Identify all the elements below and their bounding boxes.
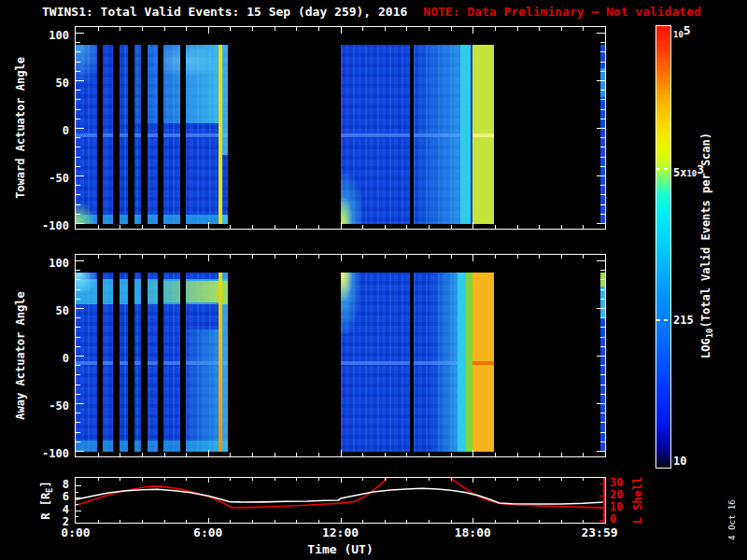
tick-mark [385, 453, 386, 456]
tick-mark [385, 225, 386, 229]
tick-mark [208, 518, 209, 523]
tick-mark [120, 255, 120, 259]
y-tick-label: -50 [34, 172, 69, 185]
tick-mark [517, 453, 518, 456]
colorbar-215-label: 215 [673, 314, 694, 327]
tick-mark [362, 520, 363, 523]
heatmap-feature [97, 45, 103, 224]
r-tick-label: 4 [34, 503, 69, 516]
heatmap-feature [341, 273, 352, 301]
tick-mark [76, 147, 80, 147]
tick-mark [583, 478, 584, 481]
tick-mark-red [602, 490, 605, 491]
heatmap-feature [600, 68, 605, 97]
orbit-line-panel [75, 477, 606, 524]
tick-mark [164, 225, 165, 229]
heatmap-feature [472, 361, 493, 365]
tick-mark [76, 204, 80, 205]
toward-heatmap-data [76, 45, 605, 224]
tick-mark [76, 365, 80, 366]
tick-mark [76, 432, 80, 433]
tick-mark [76, 99, 80, 100]
heatmap-feature [141, 45, 148, 224]
tick-mark [451, 520, 452, 523]
tick-mark [296, 478, 297, 481]
tick-mark [472, 518, 473, 523]
tick-mark [296, 453, 297, 456]
tick-mark [583, 225, 584, 229]
tick-mark [517, 478, 518, 481]
heatmap-feature [600, 287, 605, 317]
lshell-tick-label: 0 [610, 512, 634, 525]
tick-mark [275, 478, 275, 481]
tick-mark [76, 137, 80, 138]
tick-mark [142, 255, 143, 259]
tick-mark [230, 453, 231, 456]
heatmap-feature [341, 361, 458, 365]
tick-mark [76, 337, 80, 338]
tick-mark [76, 385, 80, 385]
tick-mark [600, 422, 605, 423]
away-heatmap-data [76, 273, 605, 452]
tick-mark [208, 27, 209, 34]
tick-mark [451, 255, 452, 259]
tick-mark [429, 255, 430, 259]
tick-mark [385, 478, 386, 481]
tick-mark [495, 453, 496, 456]
tick-mark [252, 520, 253, 523]
tick-mark [600, 289, 605, 290]
tick-mark [252, 27, 253, 31]
tick-mark [597, 260, 605, 261]
tick-mark [230, 520, 231, 523]
x-tick-label: 0:00 [43, 525, 108, 539]
tick-mark [517, 27, 518, 31]
tick-mark [76, 185, 80, 186]
tick-mark-red [602, 502, 605, 503]
tick-mark-red [599, 508, 605, 509]
heatmap-feature [158, 273, 163, 452]
tick-mark [230, 255, 231, 259]
heatmap-feature [341, 198, 352, 224]
tick-mark [406, 225, 407, 229]
tick-mark [600, 374, 605, 375]
heatmap-feature [341, 133, 460, 137]
tick-mark [76, 497, 81, 498]
tick-mark [341, 27, 342, 34]
tick-mark [451, 225, 452, 229]
heatmap-feature [180, 45, 186, 224]
tick-mark [583, 255, 584, 259]
tick-mark [495, 255, 496, 259]
tick-mark [98, 520, 99, 523]
tick-mark [341, 255, 342, 261]
y-tick-label: 50 [34, 77, 69, 90]
tick-mark [539, 453, 540, 456]
tick-mark [539, 478, 540, 481]
r-tick-label: 8 [34, 478, 69, 491]
x-tick-label: 12:00 [308, 525, 374, 539]
tick-mark [472, 222, 473, 229]
colorbar-bottom-label: 10 [673, 455, 686, 468]
tick-mark-red [599, 483, 605, 484]
tick-mark [406, 27, 407, 31]
tick-mark-red [599, 520, 605, 521]
heatmap-feature [410, 273, 414, 452]
tick-mark [76, 90, 80, 91]
tick-mark [517, 225, 518, 229]
tick-mark [275, 453, 275, 456]
tick-mark [296, 27, 297, 31]
tick-mark [76, 413, 80, 413]
tick-mark [600, 42, 605, 43]
y-tick-label: 0 [34, 124, 69, 137]
tick-mark [472, 27, 473, 34]
tick-mark [600, 185, 605, 186]
tick-mark [539, 27, 540, 31]
tick-mark [597, 128, 605, 129]
tick-mark [429, 225, 430, 229]
tick-mark [230, 225, 231, 229]
tick-mark [600, 71, 605, 72]
y-tick-label: 100 [34, 257, 69, 270]
tick-mark [296, 520, 297, 523]
tick-mark [362, 27, 363, 31]
heatmap-feature [222, 215, 229, 224]
tick-mark [341, 450, 342, 456]
